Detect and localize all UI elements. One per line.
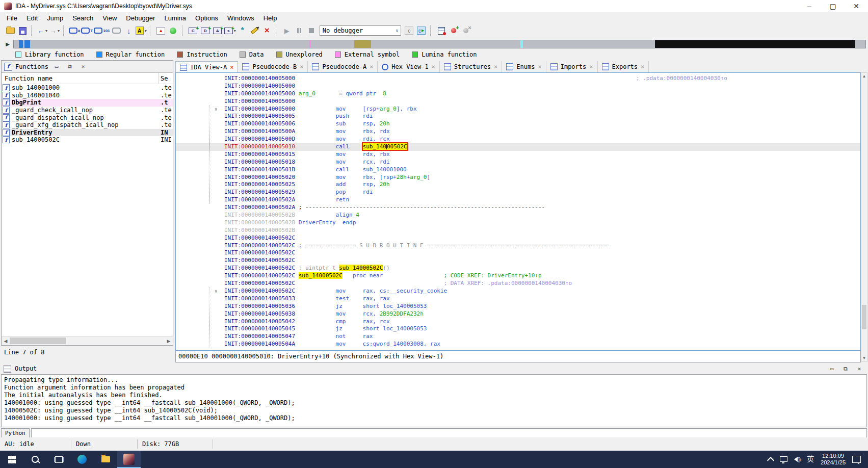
step-over-button[interactable]: c <box>404 25 415 36</box>
scroll-down-arrow[interactable]: ▼ <box>861 355 867 361</box>
make-string-button[interactable]: s+▾ <box>224 25 236 36</box>
function-row[interactable]: fDbgPrint.t <box>2 99 173 107</box>
listing-line[interactable]: INIT:000000014000502C sub_14000502C proc… <box>176 272 860 280</box>
run-until-return-button[interactable]: c <box>416 25 427 36</box>
tab-close-icon[interactable]: × <box>300 64 303 70</box>
column-function-name[interactable]: Function name <box>2 73 159 84</box>
functions-maximize-button[interactable]: ▭ <box>51 62 62 71</box>
menu-item-jump[interactable]: Jump <box>42 13 68 23</box>
ime-indicator[interactable]: 英 <box>807 455 814 464</box>
menu-item-view[interactable]: View <box>98 13 121 23</box>
listing-line[interactable]: INIT:0000000140005000 <box>176 98 860 106</box>
debugger-pause-button[interactable] <box>294 25 305 36</box>
column-segment[interactable]: Se <box>159 75 173 82</box>
jump-to-address-button[interactable]: ↓ <box>123 25 135 36</box>
listing-line[interactable]: INIT:000000014000502C <box>176 249 860 257</box>
problems-list-button[interactable]: ▲ <box>155 25 167 36</box>
analysis-status-indicator[interactable] <box>168 25 179 36</box>
listing-line[interactable]: INIT:000000014000502B align 4 <box>176 212 860 219</box>
taskbar-ida-icon[interactable] <box>117 451 141 468</box>
tab-close-icon[interactable]: × <box>641 64 644 70</box>
function-row[interactable]: f_guard_dispatch_icall_nop.te <box>2 114 173 121</box>
listing-line[interactable]: INIT:0000000140005000 ; .pdata:000000014… <box>176 75 860 83</box>
highlighted-operand[interactable]: sub_14000502C <box>363 143 407 150</box>
tab-structures[interactable]: Structures× <box>440 61 502 72</box>
minimize-button[interactable]: – <box>798 0 821 12</box>
listing-line[interactable]: INIT:000000014000504A mov cs:qword_14000… <box>176 341 860 348</box>
edge-icon[interactable] <box>70 451 94 468</box>
output-log[interactable]: Propagating type information...Function … <box>1 374 867 427</box>
listing-line[interactable]: INIT:0000000140005038 mov rcx, 2B992DDFA… <box>176 310 860 318</box>
listing-line[interactable]: INIT:000000014000502C ; DATA XREF: .pdat… <box>176 280 860 288</box>
menu-item-search[interactable]: Search <box>68 13 98 23</box>
open-file-button[interactable] <box>5 25 16 36</box>
listing-line[interactable]: INIT:000000014000502A ; ----------------… <box>176 204 860 212</box>
make-data-button[interactable]: D+ <box>200 25 211 36</box>
network-icon[interactable] <box>780 456 787 462</box>
vscroll-thumb[interactable] <box>862 305 866 329</box>
listing-line[interactable]: INIT:000000014000501B call sub_140001000 <box>176 166 860 174</box>
listing-line[interactable]: INIT:0000000140005025 add rsp, 20h <box>176 181 860 189</box>
notification-icon[interactable] <box>852 456 861 463</box>
listing-line[interactable]: INIT:0000000140005047 not rax <box>176 333 860 341</box>
menu-item-debugger[interactable]: Debugger <box>121 13 160 23</box>
function-row[interactable]: f_guard_check_icall_nop.te <box>2 107 173 114</box>
listing-line[interactable]: INIT:000000014000502C <box>176 235 860 242</box>
search-binary-button[interactable]: 101 <box>94 25 110 36</box>
function-row[interactable]: fDriverEntryIN <box>2 129 173 137</box>
listing-line[interactable]: INIT:000000014000502C ; uintptr_t sub_14… <box>176 265 860 272</box>
tab-pseudocode-b[interactable]: Pseudocode-B× <box>238 61 308 72</box>
listing-line[interactable]: INIT:000000014000502B <box>176 227 860 235</box>
functions-list-header[interactable]: Function name Se <box>2 73 173 84</box>
tab-close-icon[interactable]: × <box>370 64 373 70</box>
navband-scroll-left-button[interactable]: ▶ <box>4 40 11 47</box>
task-view-icon[interactable] <box>47 451 70 468</box>
navigate-back-button[interactable]: ←▾ <box>37 25 48 36</box>
edit-button[interactable] <box>249 25 260 36</box>
function-row[interactable]: fsub_14000502CINI <box>2 136 173 144</box>
listing-line[interactable]: INIT:0000000140005020 mov rbx, [rsp+28h+… <box>176 174 860 181</box>
scroll-left-arrow[interactable]: ◀ <box>2 337 10 345</box>
mark-position-button[interactable]: A▾ <box>136 25 147 36</box>
scroll-right-arrow[interactable]: ▶ <box>165 337 173 345</box>
debugger-stop-button[interactable] <box>306 25 317 36</box>
listing-line[interactable]: INIT:0000000140005045 jz short loc_14000… <box>176 325 860 333</box>
tab-close-icon[interactable]: × <box>230 64 233 70</box>
tab-close-icon[interactable]: × <box>432 64 435 70</box>
listing-line[interactable]: INIT:0000000140005042 cmp rax, rcx <box>176 318 860 326</box>
tab-close-icon[interactable]: × <box>589 64 593 70</box>
listing-line[interactable]: INIT:000000014000502B DriverEntry endp <box>176 219 860 227</box>
search-icon[interactable] <box>23 451 47 468</box>
delete-breakpoint-button[interactable] <box>460 25 471 36</box>
tab-pseudocode-a[interactable]: Pseudocode-A× <box>308 61 378 72</box>
output-maximize-button[interactable]: ▭ <box>827 365 837 373</box>
listing-line[interactable]: INIT:0000000140005006 sub rsp, 20h <box>176 120 860 128</box>
listing-line[interactable]: INIT:000000014000500D mov rdi, rcx <box>176 136 860 143</box>
functions-close-button[interactable]: × <box>78 62 88 71</box>
search-text-button[interactable]: T <box>81 25 93 36</box>
make-name-button[interactable]: A+ <box>212 25 223 36</box>
collapse-arrow-icon[interactable]: ∨ <box>215 288 217 295</box>
dropdown-arrow-icon[interactable]: ▾ <box>145 29 147 33</box>
make-array-button[interactable]: * <box>237 25 248 36</box>
scroll-up-arrow[interactable]: ▲ <box>861 73 867 80</box>
start-button[interactable] <box>0 451 23 468</box>
menu-item-edit[interactable]: Edit <box>22 13 42 23</box>
close-button[interactable]: ✕ <box>845 0 868 12</box>
add-breakpoint-button[interactable] <box>448 25 459 36</box>
listing-line[interactable]: INIT:000000014000500A mov rbx, rdx <box>176 128 860 136</box>
menu-item-options[interactable]: Options <box>191 13 223 23</box>
listing-line[interactable]: INIT:0000000140005018 mov rcx, rdi <box>176 159 860 166</box>
menu-item-lumina[interactable]: Lumina <box>160 13 191 23</box>
make-code-button[interactable]: C+ <box>188 25 199 36</box>
collapse-arrow-icon[interactable]: ∨ <box>215 106 217 113</box>
function-row[interactable]: fsub_140001040.te <box>2 92 173 99</box>
listing-line[interactable]: ∨INIT:0000000140005000 mov [rsp+arg_0], … <box>176 106 860 113</box>
listing-line[interactable]: INIT:000000014000502C ; =============== … <box>176 242 860 250</box>
listing-line[interactable]: INIT:0000000140005005 push rdi <box>176 113 860 120</box>
undefine-button[interactable]: × <box>261 25 273 36</box>
listing-line[interactable]: INIT:0000000140005033 test rax, rax <box>176 295 860 303</box>
listing-line[interactable]: INIT:000000014000502C <box>176 257 860 265</box>
tab-exports[interactable]: Exports× <box>598 61 649 72</box>
debugger-selector[interactable]: No debugger∨ <box>320 25 401 36</box>
